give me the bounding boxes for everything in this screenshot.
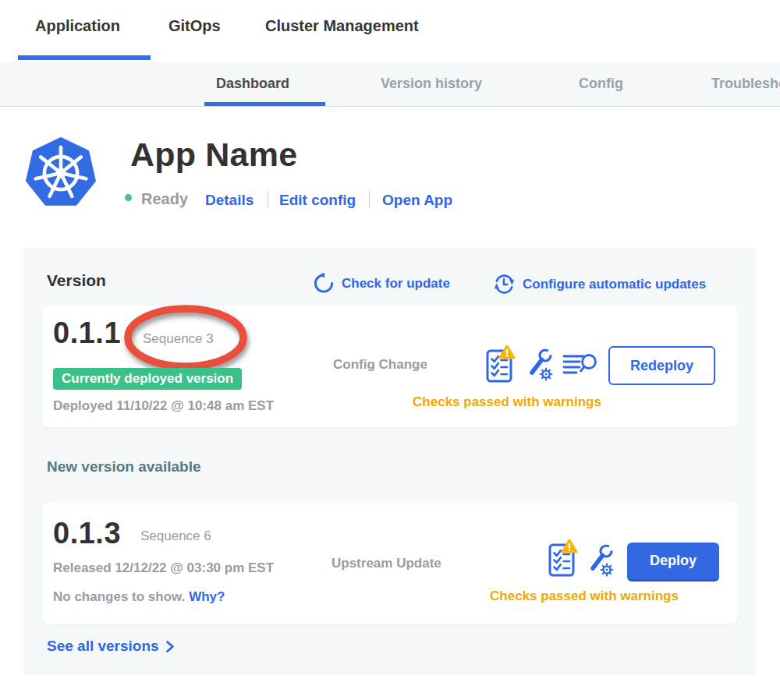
checks-status-text: Checks passed with warnings [463, 589, 705, 604]
version-section-title: Version [47, 271, 106, 290]
deployed-timestamp: Deployed 11/10/22 @ 10:48 am EST [53, 398, 274, 414]
view-files-icon[interactable] [562, 353, 597, 375]
check-for-update-link[interactable]: Check for update [314, 273, 450, 294]
page-title: App Name [130, 136, 297, 174]
configure-automatic-updates-link[interactable]: Configure automatic updates [493, 273, 706, 295]
tab-config[interactable]: Config [579, 76, 623, 92]
auto-update-clock-icon [493, 273, 516, 295]
ready-status-dot-icon [125, 194, 132, 201]
new-version-card: 0.1.3 Sequence 6 Released 12/12/22 @ 03:… [43, 503, 737, 624]
details-link[interactable]: Details [205, 192, 254, 209]
nav-item-application[interactable]: Application [35, 17, 120, 35]
current-version-number: 0.1.1 [53, 316, 121, 350]
edit-config-link[interactable]: Edit config [279, 192, 356, 209]
preflight-checks-icon[interactable] [486, 344, 516, 383]
redeploy-button[interactable]: Redeploy [608, 346, 715, 385]
currently-deployed-badge: Currently deployed version [53, 368, 242, 390]
see-all-versions-link[interactable]: See all versions [47, 638, 175, 655]
edit-config-wrench-icon[interactable] [587, 543, 617, 577]
current-version-card: 0.1.1 Sequence 3 Currently deployed vers… [43, 306, 737, 427]
tab-dashboard[interactable]: Dashboard [216, 76, 289, 92]
version-source-label: Upstream Update [332, 556, 441, 571]
deploy-button[interactable]: Deploy [627, 543, 719, 582]
refresh-icon [314, 273, 335, 294]
nav-item-cluster-management[interactable]: Cluster Management [265, 17, 419, 35]
app-status-text: Ready [141, 190, 188, 208]
active-nav-underline [18, 55, 151, 60]
preflight-checks-icon[interactable] [548, 538, 578, 577]
released-timestamp: Released 12/12/22 @ 03:30 pm EST [53, 560, 274, 576]
version-source-label: Config Change [333, 357, 427, 373]
kubernetes-logo-icon [25, 134, 97, 212]
open-app-link[interactable]: Open App [382, 192, 452, 209]
tab-version-history[interactable]: Version history [381, 76, 482, 92]
edit-config-wrench-icon[interactable] [526, 348, 556, 381]
top-navigation: Application GitOps Cluster Management [0, 0, 780, 62]
nav-item-gitops[interactable]: GitOps [168, 17, 221, 35]
divider [369, 191, 370, 208]
chevron-right-icon [165, 640, 175, 653]
tab-troubleshoot[interactable]: Troubleshoot [711, 76, 780, 92]
no-changes-text: No changes to show. Why? [53, 589, 225, 605]
new-version-sequence: Sequence 6 [140, 529, 211, 544]
new-version-heading: New version available [47, 458, 201, 476]
divider [268, 191, 268, 208]
new-version-number: 0.1.3 [53, 517, 121, 550]
current-version-sequence: Sequence 3 [143, 331, 214, 347]
version-panel: Version Check for update Configure autom… [23, 248, 757, 675]
app-tab-bar: Dashboard Version history Config Trouble… [0, 62, 780, 107]
why-link[interactable]: Why? [189, 589, 225, 604]
active-tab-underline [204, 102, 325, 106]
checks-status-text: Checks passed with warnings [386, 394, 628, 410]
